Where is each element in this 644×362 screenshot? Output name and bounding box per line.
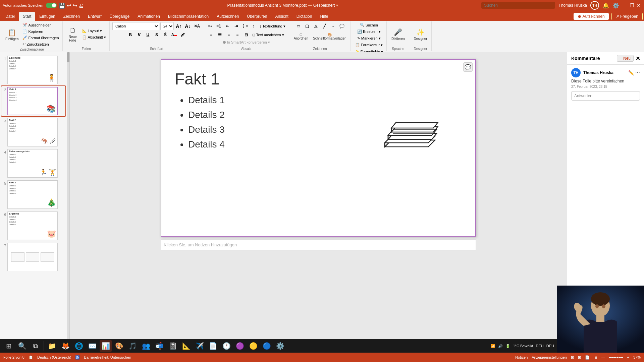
tab-uebergaenge[interactable]: Übergänge <box>106 12 133 21</box>
paste-button[interactable]: 📋 Einfügen <box>3 27 20 42</box>
align-left-btn[interactable]: ≡ <box>207 31 215 39</box>
arrow-btn[interactable]: → <box>329 22 337 30</box>
abschnitt-button[interactable]: 📋 Abschnitt ▾ <box>81 35 107 40</box>
formcontext-btn[interactable]: 📋 Formkontur ▾ <box>354 42 384 48</box>
freigeben-button[interactable]: ↗ Freigeben <box>611 13 643 20</box>
minimize-btn[interactable]: — <box>623 3 628 8</box>
settings-icon[interactable]: ⚙️ <box>612 2 619 9</box>
quick-styles-btn[interactable]: 🎨 Schnellformatvorlagen <box>311 32 348 42</box>
search-input[interactable] <box>481 2 555 9</box>
italic-btn[interactable]: K <box>135 31 143 39</box>
tab-start[interactable]: Start <box>19 12 35 21</box>
taskbar-teams[interactable]: 👥 <box>140 340 152 352</box>
font-color-btn[interactable]: A▬ <box>170 31 178 39</box>
rounded-rect-btn[interactable]: ▢ <box>303 22 311 30</box>
taskbar-app3[interactable]: 🔵 <box>261 340 273 352</box>
slide-thumb-2[interactable]: 2 Fakt 1 Details 1Details 2Details 3Deta… <box>1 86 65 116</box>
strikethrough-btn[interactable]: S <box>153 31 161 39</box>
slide-scrollbar[interactable] <box>67 52 70 341</box>
normal-view-btn[interactable]: ⊟ <box>571 355 574 360</box>
font-size-decrease[interactable]: A↓ <box>184 22 192 30</box>
collapse-comments-btn[interactable]: ✕ <box>636 55 640 62</box>
tab-hilfe[interactable]: Hilfe <box>316 12 332 21</box>
tab-animationen[interactable]: Animationen <box>133 12 164 21</box>
triangle-btn[interactable]: △ <box>312 22 320 30</box>
tab-bildschirm[interactable]: Bildschirmpräsentation <box>164 12 213 21</box>
taskbar-firefox[interactable]: 🦊 <box>59 340 71 352</box>
taskbar-app2[interactable]: 🟡 <box>247 340 259 352</box>
reset-button[interactable]: ↩ Zurücksetzen <box>21 41 60 47</box>
slide-thumb-5[interactable]: 5 Fakt 3 Details 1Details 2Details 3Deta… <box>1 180 65 209</box>
more-comment-btn[interactable]: ⋯ <box>635 70 640 75</box>
notes-btn[interactable]: Notizen <box>515 355 528 359</box>
taskbar-powerpoint[interactable]: 📊 <box>100 340 112 352</box>
reply-input[interactable]: Antworten <box>571 91 640 101</box>
new-slide-button[interactable]: 🗋 NeueFolie <box>65 25 80 44</box>
close-btn[interactable]: ✕ <box>636 3 641 8</box>
aufzeichnen-button[interactable]: ⏺ Aufzeichnen <box>574 13 609 20</box>
tray-volume[interactable]: 🔊 <box>498 344 503 348</box>
taskbar-music[interactable]: 🎵 <box>126 340 139 352</box>
slide-thumb-4[interactable]: 4 Zwischenergebnis Details 1Details 2Det… <box>1 148 65 178</box>
highlight-btn[interactable]: 🖊 <box>179 31 187 39</box>
font-size-select[interactable]: 24 <box>160 22 174 30</box>
layout-button[interactable]: 📐 Layout ▾ <box>81 28 107 34</box>
rect-btn[interactable]: ▭ <box>294 22 302 30</box>
zoom-out-btn[interactable]: — <box>601 355 605 359</box>
search-btn[interactable]: 🔍 Suchen <box>359 22 379 28</box>
taskbar-telegram[interactable]: ✈️ <box>194 340 206 352</box>
tray-network[interactable]: 📶 <box>491 344 495 348</box>
format-copy-button[interactable]: 🖌️ Format übertragen <box>21 35 60 41</box>
cut-button[interactable]: ✂️ Ausschneiden <box>21 22 60 28</box>
slide-canvas[interactable]: 💬 Fakt 1 Details 1 Details 2 Details 3 D… <box>161 59 476 237</box>
slide-sorter-btn[interactable]: ⊞ <box>578 355 581 360</box>
clear-format-btn[interactable]: ✕A <box>193 22 201 30</box>
taskbar-explorer[interactable]: 📁 <box>46 340 58 352</box>
text-align-btn[interactable]: ⊟ <box>242 31 250 39</box>
edit-comment-btn[interactable]: ✏️ <box>628 70 634 75</box>
text-direction-btn[interactable]: ↕ Textrichtung ▾ <box>258 23 287 29</box>
align-center-btn[interactable]: ☰ <box>216 31 224 39</box>
taskbar-onenote[interactable]: 📓 <box>167 340 179 352</box>
zoom-in-btn[interactable]: + <box>627 355 629 359</box>
tab-zeichnen[interactable]: Zeichnen <box>59 12 84 21</box>
autosave-toggle[interactable] <box>46 3 57 8</box>
maximize-btn[interactable]: ❐ <box>629 3 635 8</box>
align-right-btn[interactable]: ≡ <box>225 31 233 39</box>
indent-more-btn[interactable]: ⇥ <box>232 22 240 30</box>
callout-btn[interactable]: 💬 <box>338 22 346 30</box>
tray-battery[interactable]: 🔋 <box>505 344 510 348</box>
replace-btn[interactable]: 🔄 Ersetzen ▾ <box>356 29 382 35</box>
presenter-view-btn[interactable]: 🖥 <box>594 355 597 359</box>
taskbar-chrome[interactable]: 🌐 <box>73 340 85 352</box>
notification-icon[interactable]: 🔔 <box>602 2 609 9</box>
start-button[interactable]: ⊞ <box>3 340 15 352</box>
taskbar-app1[interactable]: 🟣 <box>234 340 246 352</box>
search-taskbar[interactable]: 🔍 <box>16 340 28 352</box>
shadow-btn[interactable]: S̈ <box>161 31 169 39</box>
indent-less-btn[interactable]: ⇤ <box>223 22 231 30</box>
font-family-select[interactable]: Calibri <box>112 22 159 30</box>
new-comment-button[interactable]: + Neu <box>617 55 634 62</box>
tab-ueberpruefen[interactable]: Überprüfen <box>243 12 271 21</box>
mark-btn[interactable]: ✎ Markieren ▾ <box>356 36 382 41</box>
dictate-button[interactable]: 🎤 Diktieren <box>389 27 407 42</box>
taskbar-app4[interactable]: ⚙️ <box>274 340 286 352</box>
slide-thumb-6[interactable]: 6 Ergebnis Details 1Details 2Details 3De… <box>1 211 65 241</box>
taskbar-notepad[interactable]: 📄 <box>207 340 219 352</box>
zoom-slider[interactable]: ━━━●━━ <box>609 355 623 360</box>
tab-einfuegen[interactable]: Einfügen <box>35 12 59 21</box>
slide-thumb-1[interactable]: 1 Einleitung Details 1Details 2Details 3… <box>1 55 65 85</box>
numbered-list-btn[interactable]: ≡1 <box>215 22 223 30</box>
view-settings-btn[interactable]: Anzeigeeinstellungen <box>532 355 567 359</box>
notes-area[interactable]: Klicken Sie, um Notizen hinzuzufügen <box>161 239 476 250</box>
smartart-btn[interactable]: ⬢ In SmartArt konvertieren ▾ <box>221 40 271 45</box>
tab-aufzeichnen-tab[interactable]: Aufzeichnen <box>213 12 243 21</box>
tab-ansicht[interactable]: Ansicht <box>271 12 292 21</box>
line-btn[interactable]: ╱ <box>320 22 328 30</box>
comment-button[interactable]: 💬 <box>463 62 473 72</box>
bold-btn[interactable]: B <box>126 31 135 39</box>
taskbar-clock[interactable]: 🕐 <box>220 340 232 352</box>
columns-btn[interactable]: ⋮≡ <box>241 22 249 30</box>
reading-view-btn[interactable]: 📄 <box>585 355 590 360</box>
